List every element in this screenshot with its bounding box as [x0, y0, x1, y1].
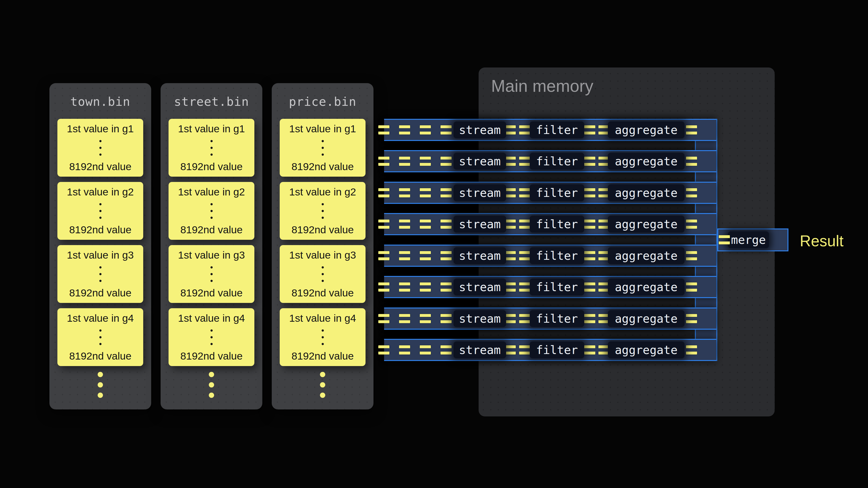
pipeline-row: stream filter aggregate — [384, 119, 716, 141]
filter-chip: filter — [530, 247, 584, 264]
dash-arrow-icon — [378, 251, 390, 260]
dash-arrow-icon — [686, 188, 697, 197]
row-group-list: 1st value in g1 8192nd value 1st value i… — [57, 119, 143, 366]
ellipsis-dot-icon — [211, 273, 213, 275]
ellipsis-dot-icon — [99, 336, 101, 338]
dash-arrow-icon — [420, 314, 431, 323]
ellipsis-dot-icon — [211, 336, 213, 338]
dash-arrow-icon — [505, 125, 516, 134]
ellipsis-dot-icon — [211, 140, 213, 142]
dash-arrow-icon — [399, 157, 410, 166]
ellipsis-dot-icon — [322, 336, 324, 338]
dash-arrow-icon — [519, 125, 530, 134]
dash-arrow-icon — [686, 314, 697, 323]
dash-arrow-icon — [399, 188, 410, 197]
ellipsis-dot-icon — [98, 372, 103, 377]
pipeline-row: stream filter aggregate — [384, 307, 716, 330]
stream-chip: stream — [454, 184, 506, 201]
values-ellipsis — [99, 203, 101, 219]
ellipsis-dot-icon — [211, 329, 213, 332]
dash-arrow-icon — [584, 188, 595, 197]
values-ellipsis — [322, 140, 324, 156]
stream-chip: stream — [454, 341, 506, 358]
pipeline-row: stream filter aggregate — [384, 182, 716, 204]
dash-arrow-icon — [584, 125, 595, 134]
dash-arrow-icon — [519, 314, 530, 323]
main-memory-title: Main memory — [491, 77, 593, 94]
dash-arrow-icon — [584, 220, 595, 229]
dash-arrow-icon — [519, 345, 530, 355]
filter-chip: filter — [530, 184, 584, 201]
dash-arrow-icon — [378, 220, 390, 229]
values-ellipsis — [99, 140, 101, 156]
ellipsis-dot-icon — [320, 382, 325, 388]
row-group-block: 1st value in g3 8192nd value — [57, 245, 143, 303]
pipeline-row: stream filter aggregate — [384, 150, 716, 172]
first-value-label: 1st value in g1 — [178, 124, 245, 134]
row-group-block: 1st value in g4 8192nd value — [57, 308, 143, 366]
dash-arrow-icon — [505, 314, 516, 323]
ellipsis-dot-icon — [211, 266, 213, 268]
first-value-label: 1st value in g2 — [178, 187, 245, 197]
diagram-stage: town.bin 1st value in g1 8192nd value 1s… — [0, 0, 868, 488]
file-panel: price.bin 1st value in g1 8192nd value 1… — [272, 83, 373, 410]
ellipsis-dot-icon — [322, 210, 324, 212]
first-value-label: 1st value in g2 — [67, 187, 133, 197]
dash-arrow-icon — [519, 251, 530, 260]
first-value-label: 1st value in g4 — [67, 313, 133, 323]
dash-arrow-icon — [440, 188, 452, 197]
ellipsis-dot-icon — [320, 393, 325, 398]
dash-arrow-icon — [686, 251, 697, 260]
ellipsis-dot-icon — [322, 329, 324, 332]
row-group-block: 1st value in g1 8192nd value — [280, 119, 366, 177]
ellipsis-dot-icon — [211, 147, 213, 149]
row-group-block: 1st value in g4 8192nd value — [280, 308, 366, 366]
merge-chip: merge — [728, 231, 769, 248]
aggregate-chip: aggregate — [608, 247, 684, 264]
dash-arrow-icon — [584, 345, 595, 355]
aggregate-chip: aggregate — [608, 216, 684, 233]
stream-chip: stream — [454, 153, 506, 170]
first-value-label: 1st value in g3 — [178, 250, 245, 260]
filter-chip: filter — [530, 153, 584, 170]
values-ellipsis — [211, 203, 213, 219]
pipeline-row: stream filter aggregate — [384, 213, 716, 235]
aggregate-chip: aggregate — [608, 122, 684, 138]
ellipsis-dot-icon — [99, 280, 101, 282]
file-panel: street.bin 1st value in g1 8192nd value … — [161, 83, 262, 410]
last-value-label: 8192nd value — [291, 225, 354, 235]
aggregate-chip: aggregate — [608, 310, 684, 327]
last-value-label: 8192nd value — [180, 161, 243, 172]
merge-stub: merge — [717, 228, 788, 251]
dash-arrow-icon — [420, 345, 431, 355]
dash-arrow-icon — [378, 157, 390, 166]
values-ellipsis — [322, 203, 324, 219]
more-groups-ellipsis — [50, 372, 151, 398]
ellipsis-dot-icon — [99, 203, 101, 205]
thread-gap-separator — [384, 298, 696, 307]
stream-chip: stream — [454, 279, 506, 295]
last-value-label: 8192nd value — [69, 351, 131, 361]
file-title: town.bin — [50, 83, 151, 119]
dash-arrow-icon — [378, 314, 390, 323]
dash-arrow-icon — [584, 157, 595, 166]
ellipsis-dot-icon — [322, 140, 324, 142]
dash-arrow-icon — [719, 235, 730, 245]
ellipsis-dot-icon — [99, 273, 101, 275]
more-groups-ellipsis — [272, 372, 373, 398]
row-group-block: 1st value in g3 8192nd value — [168, 245, 254, 303]
dash-arrow-icon — [440, 125, 452, 134]
more-groups-ellipsis — [161, 372, 262, 398]
row-group-list: 1st value in g1 8192nd value 1st value i… — [280, 119, 366, 366]
ellipsis-dot-icon — [211, 210, 213, 212]
thread-gap-separator — [384, 141, 696, 150]
ellipsis-dot-icon — [211, 280, 213, 282]
dash-arrow-icon — [420, 157, 431, 166]
row-group-block: 1st value in g4 8192nd value — [168, 308, 254, 366]
dash-arrow-icon — [505, 220, 516, 229]
thread-gap-separator — [384, 330, 696, 339]
aggregate-chip: aggregate — [608, 341, 684, 358]
dash-arrow-icon — [440, 345, 452, 355]
dash-arrow-icon — [378, 188, 390, 197]
ellipsis-dot-icon — [211, 343, 213, 345]
